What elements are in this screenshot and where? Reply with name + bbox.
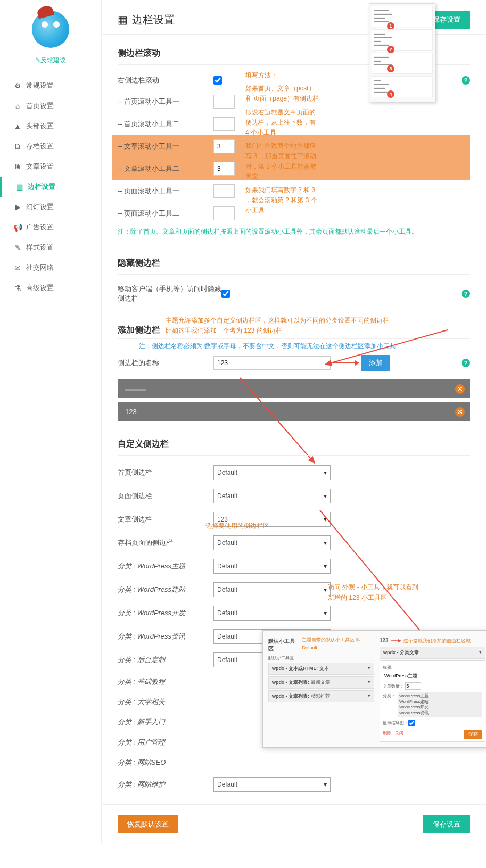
sidebar-name-input[interactable] [213,356,331,370]
widget-count-input[interactable] [405,682,421,690]
custom-row: 分类 : 网站维护Default [118,773,470,796]
custom-row-label: 分类 : 基础教程 [118,677,213,687]
widget-cat-label: 分类： [383,693,396,699]
custom-row-label: 文章侧边栏 [118,515,213,524]
custom-row-select[interactable]: Default [213,582,331,597]
page-widget1-label: -- 页面滚动小工具一 [118,186,213,196]
custom-row-label: 分类 : 网站维护 [118,780,213,789]
nav-item-存档设置[interactable]: 🗎存档设置 [0,136,101,156]
widget-cat-select[interactable]: WordPress主题 WordPress建站 WordPress开发 Word… [398,692,482,717]
sidebar-name-label: 侧边栏的名称 [118,358,213,368]
widget-thumb-label: 显示缩略图： [383,721,408,725]
custom-row: 文章侧边栏123 [118,508,470,531]
widget-item[interactable]: wpdx - 文章列表: 精彩推荐▾ [268,690,374,702]
custom-row: 分类 : 网站SEO [118,753,470,773]
custom-row-label: 分类 : WordPress开发 [118,608,213,618]
custom-row-label: 分类 : 网站SEO [118,758,213,767]
select-hint: 选择要使用的侧边栏区 [205,521,269,531]
nav-label: 头部设置 [26,121,54,131]
nav-item-高级设置[interactable]: ⚗高级设置 [0,278,101,298]
nav-icon: ▦ [15,183,23,191]
help-icon[interactable]: ? [462,359,470,367]
nav-icon: 📢 [13,223,22,232]
sidebar-bar-existing[interactable]: ▬▬▬✕ [118,379,470,398]
nav-label: 文章设置 [26,162,54,171]
settings-nav-sidebar: ✎反馈建议 ⚙常规设置⌂首页设置▲头部设置🗎存档设置🗎文章设置▦边栏设置▶幻灯设… [0,0,101,844]
nav-icon: ✉ [13,263,22,272]
home-widget1-input[interactable] [213,95,235,109]
post-widget2-input[interactable] [213,162,235,176]
main-content: ▦边栏设置 保存设置 1▬▬▬▬▬▬▬▬▬▬▬▬▬▬▬▬ 2▬▬▬▬▬▬▬▬▬▬… [101,0,486,844]
widget-title-input[interactable] [383,672,482,680]
nav-item-社交网络[interactable]: ✉社交网络 [0,258,101,278]
nav-item-边栏设置[interactable]: ▦边栏设置 [0,177,101,197]
custom-row-select[interactable]: Default [213,489,331,503]
widget-item[interactable]: wpdx - 文本或HTML: 文本▾ [268,663,374,675]
post-widget2-label: -- 文章滚动小工具二 [118,164,213,173]
custom-row-label: 首页侧边栏 [118,468,213,477]
widget-title-label: 标题: [383,665,482,671]
widget-123-note: 这个是就我们添加的侧边栏区域 [403,637,471,644]
visit-hint: 访问 外观 - 小工具，就可以看到新增的 123 小工具区 [328,582,421,602]
widget-item[interactable]: wpdx - 分类文章▾ [380,647,485,659]
help-icon[interactable]: ? [462,76,470,85]
custom-row-label: 分类 : WordPress主题 [118,561,213,571]
scroll-note: 注：除了首页、文章和页面的侧边栏按照上面的设置滚动小工具外，其余页面都默认滚动最… [118,225,470,244]
sidebar-bar-123[interactable]: 123✕ [118,402,470,421]
help-icon[interactable]: ? [462,290,470,298]
save-button-bottom[interactable]: 保存设置 [423,815,470,833]
custom-row: 页面侧边栏Default [118,484,470,508]
add-note: 注：侧边栏名称必须为 数字或字母，不要含中文，否则可能无法在这个侧边栏区添加小工… [118,342,470,351]
page-widget2-label: -- 页面滚动小工具二 [118,209,213,218]
add-button[interactable]: 添加 [361,355,390,371]
nav-label: 幻灯设置 [26,202,54,212]
nav-label: 首页设置 [26,101,54,111]
nav-item-常规设置[interactable]: ⚙常规设置 [0,76,101,96]
delete-icon[interactable]: ✕ [455,407,465,417]
nav-label: 样式设置 [26,243,54,252]
section-custom-title: 自定义侧边栏 [118,433,470,456]
custom-row-select[interactable]: Default [213,465,331,480]
nav-icon: ⌂ [13,102,22,110]
custom-row-select[interactable]: Default [213,559,331,574]
nav-item-首页设置[interactable]: ⌂首页设置 [0,96,101,116]
nav-item-样式设置[interactable]: ✎样式设置 [0,237,101,258]
widget-delete-link[interactable]: 删除 | 关闭 [383,731,403,735]
custom-row-label: 分类 : WordPress资讯 [118,632,213,641]
custom-row: 存档页面的侧边栏Default [118,531,470,555]
widget-default-sub: 默认小工具区 [268,655,374,661]
widget-save-button[interactable]: 保存 [464,730,482,739]
custom-row: 首页侧边栏Default [118,461,470,484]
nav-label: 高级设置 [26,283,54,293]
home-widget1-label: -- 首页滚动小工具一 [118,97,213,106]
right-scroll-checkbox[interactable] [213,76,222,85]
widget-count-label: 文章数量： [383,684,404,689]
nav-item-幻灯设置[interactable]: ▶幻灯设置 [0,197,101,217]
page-widget2-input[interactable] [213,206,235,220]
custom-row-select[interactable]: Default [213,606,331,621]
widget-item[interactable]: wpdx - 文章列表: 最新文章▾ [268,676,374,689]
nav-label: 社交网络 [26,263,54,272]
nav-item-头部设置[interactable]: ▲头部设置 [0,116,101,136]
restore-defaults-button[interactable]: 恢复默认设置 [118,815,178,833]
custom-row-label: 分类 : 大学相关 [118,697,213,707]
nav-item-文章设置[interactable]: 🗎文章设置 [0,156,101,177]
post-widget1-input[interactable] [213,139,235,153]
page-widget1-input[interactable] [213,184,235,198]
home-widget2-input[interactable] [213,117,235,131]
num-badge-2: 2 [387,46,394,53]
custom-row-label: 分类 : 用户管理 [118,738,213,747]
right-scroll-label: 右侧边栏滚动 [118,76,213,85]
nav-item-广告设置[interactable]: 📢广告设置 [0,217,101,237]
delete-icon[interactable]: ✕ [455,384,465,394]
edit-icon: ✎ [35,56,40,64]
custom-row-label: 存档页面的侧边栏 [118,538,213,548]
nav-icon: ✎ [13,243,22,252]
feedback-link[interactable]: ✎反馈建议 [0,56,101,65]
custom-row-select[interactable]: Default [213,777,331,792]
mobile-hide-checkbox[interactable] [221,290,230,298]
svg-marker-1 [355,360,359,366]
custom-row-select[interactable]: Default [213,535,331,550]
nav-label: 存档设置 [26,142,54,151]
widget-thumb-checkbox[interactable] [408,720,415,726]
